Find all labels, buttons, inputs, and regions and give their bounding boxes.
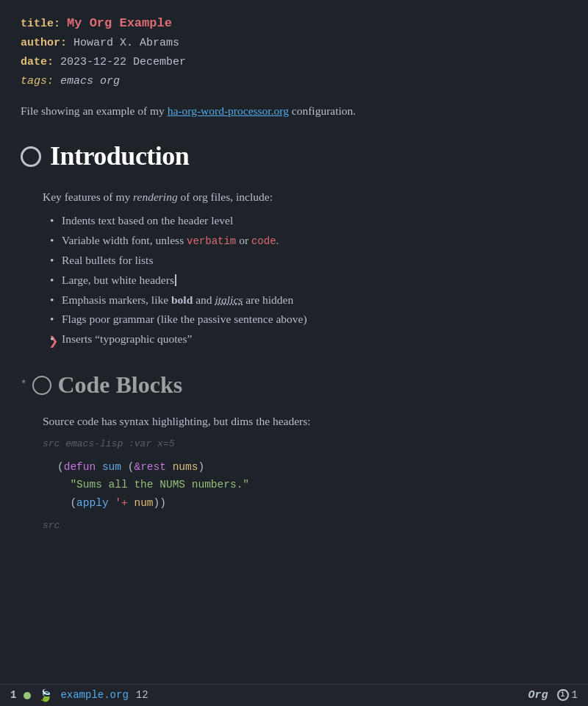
status-info-section: i 1: [557, 687, 578, 703]
op-plus: +: [121, 497, 128, 509]
meta-tags-key: tags:: [21, 75, 54, 88]
list-item-text-mid: or: [236, 234, 251, 246]
list-item-active: Emphasis markers, like bold and italics …: [50, 291, 567, 310]
section2-heading-text: Code Blocks: [57, 366, 182, 404]
keyword-rest: &rest: [134, 461, 166, 473]
list-item-text: Indents text based on the header level: [62, 214, 233, 227]
meta-date-line: date: 2023-12-22 December: [21, 54, 567, 71]
status-line-number: 1: [10, 687, 16, 703]
source-block: src emacs-lisp :var x=5 (defun sum (&res…: [43, 437, 567, 534]
meta-date-value: 2023-12-22 December: [60, 56, 186, 68]
list-item: Real bullets for lists: [50, 252, 567, 270]
meta-tags-value: emacs org: [60, 75, 120, 88]
status-info-circle-icon: i: [557, 689, 569, 701]
code-line-2: "Sums all the NUMS numbers.": [57, 476, 567, 494]
verbatim-text: verbatim: [187, 235, 236, 247]
paren: (: [57, 461, 64, 473]
meta-title-key: title:: [21, 18, 60, 30]
heading1-circle-icon: [21, 146, 41, 167]
code-space: [121, 461, 128, 473]
key-features-italic: rendering: [133, 190, 178, 203]
list-item-text: Inserts “typographic quotes”: [62, 332, 192, 345]
list-item-text-before: Variable width font, unless: [62, 234, 187, 246]
list-item: Large, but white headers: [50, 271, 567, 290]
list-item: Variable width font, unless verbatim or …: [50, 232, 567, 250]
section1-heading-text: Introduction: [50, 135, 189, 178]
list-item: Indents text based on the header level: [50, 212, 567, 230]
src-label-top: src emacs-lisp :var x=5: [43, 437, 567, 452]
status-column: 12: [136, 687, 148, 703]
list-item-text: Real bullets for lists: [62, 254, 153, 266]
code-space: [96, 461, 102, 473]
list-item-text: Flags poor grammar (like the passive sen…: [62, 313, 307, 325]
key-features-paragraph: Key features of my rendering of org file…: [43, 188, 567, 207]
heading-star-icon: *: [21, 377, 26, 393]
meta-author-line: author: Howard X. Abrams: [21, 35, 567, 52]
list-item-text-mid: and: [193, 293, 215, 306]
code-indent: [57, 479, 70, 491]
meta-date-key: date:: [21, 56, 54, 68]
meta-title-value: My Org Example: [67, 16, 172, 30]
metadata-block: title: My Org Example author: Howard X. …: [21, 13, 567, 90]
features-list: Indents text based on the header level V…: [43, 212, 567, 349]
code-line-1: (defun sum (&rest nums): [57, 458, 567, 477]
list-item-text-before: Large, but white headers: [62, 274, 174, 286]
status-right-section: Org i 1: [528, 687, 578, 705]
bullet-list-container: ❯ Indents text based on the header level…: [43, 212, 567, 349]
code-text: code: [251, 235, 276, 247]
fn-name-sum: sum: [102, 461, 121, 473]
src-label-bottom: src: [43, 518, 567, 534]
heading2-circle-icon: [32, 376, 51, 395]
var-num: num: [134, 497, 153, 509]
paren: ): [198, 461, 204, 473]
section2-content: Source code has syntax highlighting, but…: [21, 413, 567, 533]
code-line-3: (apply '+ num)): [57, 494, 567, 513]
bold-text: bold: [171, 293, 193, 306]
status-dot-icon: [24, 692, 31, 699]
section2-heading-container: * Code Blocks: [21, 366, 567, 404]
status-info-number: 1: [572, 687, 578, 703]
intro-paragraph: File showing an example of my ha-org-wor…: [21, 102, 567, 121]
status-leaf-icon: 🍃: [38, 686, 53, 705]
italic-text: italics: [215, 293, 243, 306]
key-features-after: of org files, include:: [178, 190, 273, 203]
intro-text-after: configuration.: [289, 104, 356, 117]
list-item-text-before: Emphasis markers, like: [62, 293, 171, 306]
keyword-apply: apply: [76, 497, 109, 509]
intro-link[interactable]: ha-org-word-processor.org: [168, 104, 289, 117]
meta-title-line: title: My Org Example: [21, 13, 567, 33]
paren: )): [154, 497, 166, 509]
list-item-text-after: .: [276, 234, 279, 246]
list-item: Flags poor grammar (like the passive sen…: [50, 310, 567, 329]
intro-text-before: File showing an example of my: [21, 104, 168, 117]
quote-plus: ': [115, 497, 121, 509]
meta-tags-line: tags: emacs org: [21, 73, 567, 90]
status-bar: 1 🍃 example.org 12 Org i 1: [0, 684, 588, 706]
text-cursor: [175, 274, 176, 286]
param-nums: nums: [173, 461, 198, 473]
section1-heading-container: Introduction: [21, 135, 567, 178]
code-indent: [57, 497, 70, 509]
status-mode-label: Org: [528, 687, 548, 705]
section1-content: Key features of my rendering of org file…: [21, 188, 567, 349]
section2-description: Source code has syntax highlighting, but…: [43, 413, 567, 431]
paren: (: [70, 497, 76, 509]
meta-author-key: author:: [21, 37, 67, 49]
list-item-text-after: are hidden: [243, 293, 293, 306]
meta-author-value: Howard X. Abrams: [74, 37, 179, 49]
code-space: [166, 461, 173, 473]
string-literal: "Sums all the NUMS numbers.": [70, 479, 249, 491]
key-features-before: Key features of my: [43, 190, 133, 203]
list-item: Inserts “typographic quotes”: [50, 330, 567, 349]
keyword-defun: defun: [64, 461, 96, 473]
code-block: (defun sum (&rest nums) "Sums all the NU…: [43, 455, 567, 516]
status-filename: example.org: [60, 687, 128, 703]
